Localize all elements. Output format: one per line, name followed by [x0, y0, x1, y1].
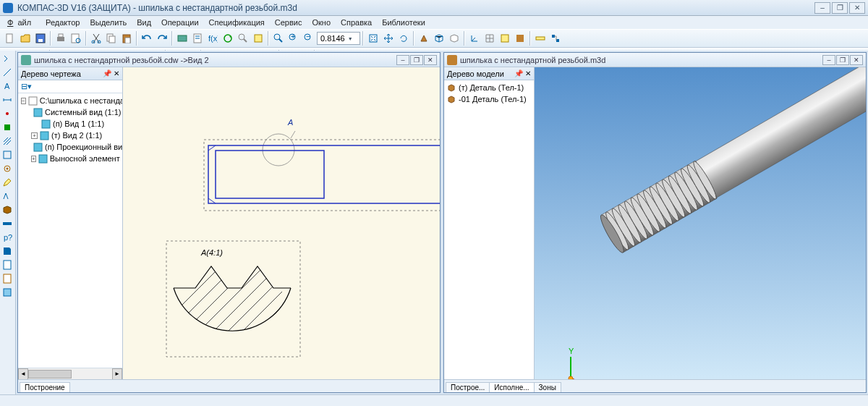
redo-icon[interactable] — [155, 31, 169, 46]
axes-icon[interactable] — [467, 31, 482, 46]
doc-close-button[interactable]: ✕ — [424, 55, 437, 65]
tree-item[interactable]: (п) Вид 1 (1:1) — [18, 118, 122, 130]
palette-line-icon[interactable] — [1, 66, 14, 79]
tree-item[interactable]: + Выносной элемент 5 (4: — [18, 153, 122, 164]
palette-box-icon[interactable] — [1, 148, 14, 161]
toolbar-standard: f(x) + − 0.8146 — [0, 29, 868, 48]
print-preview-icon[interactable] — [69, 31, 83, 46]
shading-icon[interactable] — [417, 31, 431, 46]
new-doc-icon[interactable] — [3, 31, 17, 46]
view-label-a-scale: A(4:1) — [200, 248, 223, 257]
tree-hscroll[interactable]: ◄► — [18, 368, 122, 379]
copy-icon[interactable] — [104, 31, 119, 46]
zoom-fit-icon[interactable] — [366, 31, 380, 46]
palette-edit-icon[interactable] — [1, 176, 14, 189]
tree-root-node[interactable]: − С:\шпилька с нестандартно — [18, 95, 122, 106]
drawing-tree-header[interactable]: Дерево чертежа 📌 ✕ — [18, 67, 122, 80]
tree-item[interactable]: (т) Деталь (Тел-1) — [444, 82, 534, 93]
section-icon[interactable] — [498, 31, 512, 46]
menu-help[interactable]: Справка — [336, 17, 376, 28]
hidden-lines-icon[interactable] — [447, 31, 461, 46]
doc-max-button[interactable]: ❐ — [836, 55, 849, 65]
doc-titlebar-drawing[interactable]: шпилька с нестандартной резьбой.cdw ->Ви… — [18, 53, 440, 67]
properties-icon[interactable] — [251, 31, 265, 46]
menu-spec[interactable]: Спецификация — [205, 17, 269, 28]
zoom-in-icon[interactable]: + — [286, 31, 301, 46]
menu-file[interactable]: Файл — [3, 17, 40, 28]
palette-hatch-icon[interactable] — [1, 135, 14, 148]
svg-rect-3 — [57, 37, 64, 41]
tab-build-model[interactable]: Построе... — [446, 382, 490, 392]
svg-rect-13 — [178, 35, 187, 41]
search-icon[interactable] — [236, 31, 250, 46]
paste-icon[interactable] — [119, 31, 134, 46]
menu-libraries[interactable]: Библиотеки — [378, 17, 430, 28]
svg-rect-47 — [3, 222, 12, 225]
close-button[interactable]: ✕ — [849, 2, 865, 14]
undo-icon[interactable] — [140, 31, 154, 46]
palette-box2-icon[interactable] — [1, 203, 14, 216]
palette-label-icon[interactable] — [1, 245, 14, 258]
tree-item[interactable]: + (т) Вид 2 (1:1) — [18, 130, 122, 141]
open-icon[interactable] — [18, 31, 33, 46]
doc-min-button[interactable]: – — [822, 55, 835, 65]
tree-item[interactable]: -01 Деталь (Тел-1) — [444, 93, 534, 105]
menu-window[interactable]: Окно — [307, 17, 335, 28]
spec-icon[interactable] — [190, 31, 205, 46]
print-icon[interactable] — [54, 31, 68, 46]
doc-close-button[interactable]: ✕ — [850, 55, 863, 65]
tab-zones[interactable]: Зоны — [534, 382, 561, 392]
variables-icon[interactable]: f(x) — [205, 31, 220, 46]
palette-spec-icon[interactable] — [1, 258, 14, 271]
doc-max-button[interactable]: ❐ — [410, 55, 423, 65]
palette-bom-icon[interactable] — [1, 286, 14, 299]
doc-titlebar-model[interactable]: шпилька с нестандартной резьбой.m3d – ❐ … — [444, 53, 866, 67]
minimize-button[interactable]: – — [814, 2, 830, 14]
doc-min-button[interactable]: – — [396, 55, 409, 65]
refresh-icon[interactable] — [221, 31, 235, 46]
drawing-tree-content[interactable]: − С:\шпилька с нестандартно Системный ви… — [18, 93, 122, 368]
palette-report-icon[interactable] — [1, 272, 14, 285]
wireframe-icon[interactable] — [432, 31, 446, 46]
grid-icon[interactable] — [482, 31, 497, 46]
palette-param-icon[interactable]: p? — [1, 231, 14, 244]
measure-icon[interactable] — [533, 31, 548, 46]
tree-item[interactable]: Системный вид (1:1) — [18, 106, 122, 118]
pin-icon[interactable]: 📌 ✕ — [103, 69, 119, 77]
zoom-out-icon[interactable]: − — [302, 31, 316, 46]
menu-view[interactable]: Вид — [132, 17, 156, 28]
menu-operations[interactable]: Операции — [157, 17, 203, 28]
model-tree-header[interactable]: Дерево модели 📌 ✕ — [444, 67, 534, 80]
palette-gear-icon[interactable] — [1, 162, 14, 175]
model-tree-content[interactable]: (т) Деталь (Тел-1) -01 Деталь (Тел-1) — [444, 80, 534, 379]
pan-icon[interactable] — [381, 31, 396, 46]
pin-icon[interactable]: 📌 ✕ — [514, 69, 531, 77]
palette-constraint-icon[interactable] — [1, 121, 14, 134]
maximize-button[interactable]: ❐ — [832, 2, 848, 14]
svg-rect-0 — [7, 34, 12, 43]
tab-build[interactable]: Построение — [20, 382, 70, 392]
palette-arrow-icon[interactable] — [1, 52, 14, 65]
drawing-canvas[interactable]: A A(4:1) — [123, 67, 440, 379]
svg-point-8 — [98, 41, 101, 43]
menu-select[interactable]: Выделить — [85, 17, 131, 28]
texture-icon[interactable] — [513, 31, 527, 46]
palette-dimension-icon[interactable] — [1, 93, 14, 106]
save-icon[interactable] — [33, 31, 48, 46]
cut-icon[interactable] — [89, 31, 103, 46]
zoom-value-input[interactable]: 0.8146 — [317, 32, 360, 45]
rotate-icon[interactable] — [396, 31, 411, 46]
structure-icon[interactable] — [548, 31, 563, 46]
palette-roughness-icon[interactable] — [1, 190, 14, 203]
menu-editor[interactable]: Редактор — [41, 17, 84, 28]
palette-point-icon[interactable] — [1, 107, 14, 120]
tree-mode-icon[interactable]: ⊟▾ — [21, 82, 32, 91]
zoom-window-icon[interactable] — [271, 31, 286, 46]
palette-measure-icon[interactable] — [1, 217, 14, 230]
menu-service[interactable]: Сервис — [271, 17, 307, 28]
tab-exec[interactable]: Исполне... — [489, 382, 534, 392]
library-manager-icon[interactable] — [175, 31, 190, 46]
palette-text-icon[interactable]: A — [1, 80, 14, 93]
model-canvas[interactable]: Y X Z — [535, 67, 866, 379]
tree-item[interactable]: (п) Проекционный вид 4 — [18, 141, 122, 153]
